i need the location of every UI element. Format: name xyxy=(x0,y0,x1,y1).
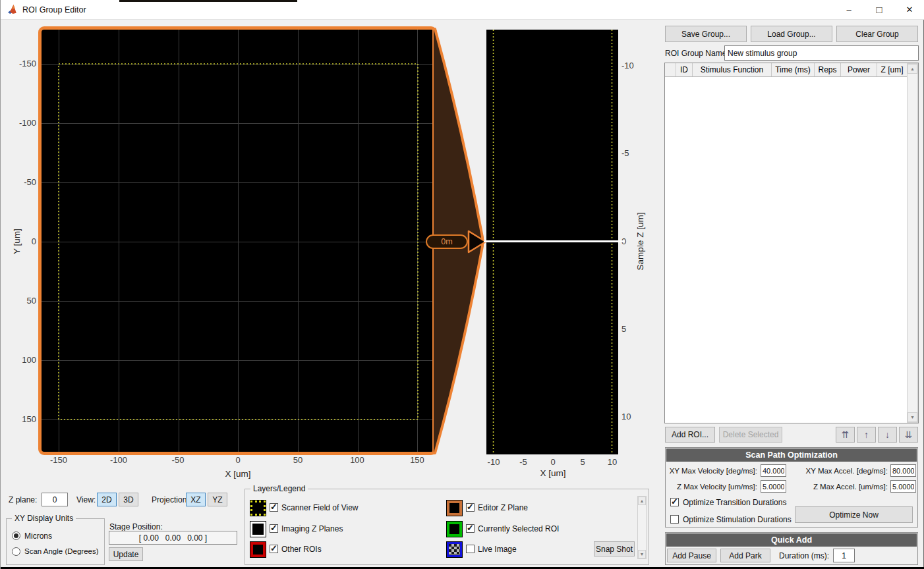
live-image-icon xyxy=(447,542,462,557)
optimize-transition-checkbox[interactable] xyxy=(670,498,679,506)
col-header-z[interactable]: Z [um] xyxy=(877,63,907,76)
z-plane-marker-pill[interactable]: 0m xyxy=(426,234,468,249)
roi-group-name-input[interactable] xyxy=(724,45,919,61)
add-pause-button[interactable]: Add Pause xyxy=(667,549,716,562)
optimize-now-button[interactable]: Optimize Now xyxy=(795,506,913,523)
other-rois-label: Other ROIs xyxy=(281,545,322,554)
legend-scroll-down-icon[interactable]: ▼ xyxy=(638,550,646,558)
microns-label: Microns xyxy=(24,531,52,541)
col-header-reps[interactable]: Reps xyxy=(815,63,841,76)
col-header-stimulus-function[interactable]: Stimulus Function xyxy=(693,63,772,76)
scan-angle-radio[interactable] xyxy=(12,547,20,556)
col-header-id[interactable]: ID xyxy=(676,63,693,76)
stage-position-label: Stage Position: xyxy=(109,522,163,531)
xy-display-units-title: XY Display Units xyxy=(12,514,76,523)
scanner-fov-label: Scanner Field of View xyxy=(281,503,359,512)
microns-radio[interactable] xyxy=(12,531,20,540)
add-roi-button[interactable]: Add ROI... xyxy=(665,427,715,443)
live-image-label: Live Image xyxy=(478,545,517,554)
currently-selected-roi-icon xyxy=(447,522,462,537)
scan-angle-label: Scan Angle (Degrees) xyxy=(24,547,99,555)
xy-max-velocity-input[interactable] xyxy=(761,464,786,477)
title-bar: ROI Group Editor – □ ✕ xyxy=(1,0,924,20)
snap-shot-button[interactable]: Snap Shot xyxy=(594,541,635,556)
currently-selected-roi-label: Currently Selected ROI xyxy=(478,524,559,533)
xy-plot-xlabel: X [um] xyxy=(205,469,271,479)
roi-table-header: ID Stimulus Function Time (ms) Reps Powe… xyxy=(665,63,907,77)
xy-max-accel-input[interactable] xyxy=(890,464,916,477)
scanner-fov-checkbox[interactable] xyxy=(270,503,278,512)
duration-input[interactable] xyxy=(833,549,855,562)
move-up-button[interactable]: ↑ xyxy=(857,427,876,443)
roi-table-body[interactable] xyxy=(665,77,907,423)
xy-max-velocity-label: XY Max Velocity [deg/ms]: xyxy=(670,467,757,475)
col-header-time[interactable]: Time (ms) xyxy=(772,63,815,76)
move-down-button[interactable]: ↓ xyxy=(878,427,897,443)
z-max-velocity-input[interactable] xyxy=(761,480,786,493)
view-3d-button[interactable]: 3D xyxy=(119,493,138,506)
projection-xz-button[interactable]: XZ xyxy=(186,493,206,506)
xy-plot-canvas[interactable] xyxy=(38,26,437,455)
xy-x-tick: -50 xyxy=(165,455,191,465)
xy-max-accel-label: XY Max Accel. [deg/ms]: xyxy=(806,467,888,475)
optimize-stimulation-checkbox[interactable] xyxy=(670,515,679,524)
xy-y-tick: 150 xyxy=(6,414,36,424)
minimize-button[interactable]: – xyxy=(834,0,864,19)
z-y-tick: -10 xyxy=(621,61,634,70)
save-group-button[interactable]: Save Group... xyxy=(665,26,747,42)
layers-legend-group: Layers/Legend Scanner Field of View Imag… xyxy=(245,489,649,565)
close-button[interactable]: ✕ xyxy=(894,0,924,19)
xy-y-tick: -150 xyxy=(6,59,36,68)
legend-scroll-up-icon[interactable]: ▲ xyxy=(638,497,646,505)
currently-selected-roi-checkbox[interactable] xyxy=(466,524,475,533)
window-title: ROI Group Editor xyxy=(22,5,86,14)
scroll-up-icon[interactable]: ▲ xyxy=(908,64,917,74)
z-max-accel-input[interactable] xyxy=(890,480,916,493)
xy-x-tick: 50 xyxy=(285,455,311,465)
scanner-fov-icon xyxy=(250,501,266,516)
maximize-button[interactable]: □ xyxy=(864,0,894,19)
scroll-down-icon[interactable]: ▼ xyxy=(908,412,917,422)
scan-path-optimization-panel: Scan Path Optimization XY Max Velocity [… xyxy=(665,447,918,528)
xy-x-tick: -100 xyxy=(105,455,132,465)
col-header-power[interactable]: Power xyxy=(841,63,877,76)
editor-z-plane-icon xyxy=(447,501,462,516)
scan-path-optimization-title: Scan Path Optimization xyxy=(666,448,917,462)
col-header-blank[interactable] xyxy=(665,63,676,76)
update-stage-button[interactable]: Update xyxy=(109,547,143,561)
z-y-tick: 5 xyxy=(621,324,626,334)
z-plane-input[interactable] xyxy=(42,493,68,506)
xy-display-units-group: XY Display Units Microns Scan Angle (Deg… xyxy=(6,518,105,565)
editor-z-plane-checkbox[interactable] xyxy=(466,503,475,512)
z-x-tick: 5 xyxy=(573,457,592,467)
move-top-button[interactable]: ⇈ xyxy=(836,427,855,443)
add-park-button[interactable]: Add Park xyxy=(720,549,770,562)
other-rois-checkbox[interactable] xyxy=(270,545,278,553)
z-x-tick: 10 xyxy=(602,457,622,467)
roi-group-editor-window: ROI Group Editor – □ ✕ Y [um] -150 -100 … xyxy=(0,0,924,569)
quick-add-title: Quick Add xyxy=(666,533,917,547)
view-2d-button[interactable]: 2D xyxy=(97,493,117,506)
background-window-artifact xyxy=(119,0,297,2)
live-image-checkbox[interactable] xyxy=(466,545,475,553)
roi-table-scrollbar[interactable]: ▲ ▼ xyxy=(907,63,918,423)
editor-z-plane-label: Editor Z Plane xyxy=(478,503,528,512)
legend-scrollbar[interactable]: ▲ ▼ xyxy=(637,496,647,559)
optimize-transition-label: Optimize Transition Durations xyxy=(683,498,786,507)
z-zero-plane-line[interactable] xyxy=(484,240,625,242)
xy-y-tick: 0 xyxy=(6,236,36,246)
z-x-tick: 0 xyxy=(543,457,563,467)
projection-yz-button[interactable]: YZ xyxy=(208,493,227,506)
clear-group-button[interactable]: Clear Group xyxy=(836,26,918,42)
other-rois-icon xyxy=(250,542,266,557)
load-group-button[interactable]: Load Group... xyxy=(751,26,832,42)
z-plot-ylabel: Sample Z [um] xyxy=(635,209,645,275)
matlab-app-icon xyxy=(8,4,19,15)
view-label: View: xyxy=(76,495,96,504)
quick-add-panel: Quick Add Add Pause Add Park Duration (m… xyxy=(665,532,918,565)
duration-label: Duration (ms): xyxy=(779,551,829,560)
delete-selected-button[interactable]: Delete Selected xyxy=(719,427,782,443)
z-plot-xlabel: X [um] xyxy=(520,468,586,478)
imaging-z-planes-checkbox[interactable] xyxy=(270,524,278,533)
move-bottom-button[interactable]: ⇊ xyxy=(899,427,918,443)
